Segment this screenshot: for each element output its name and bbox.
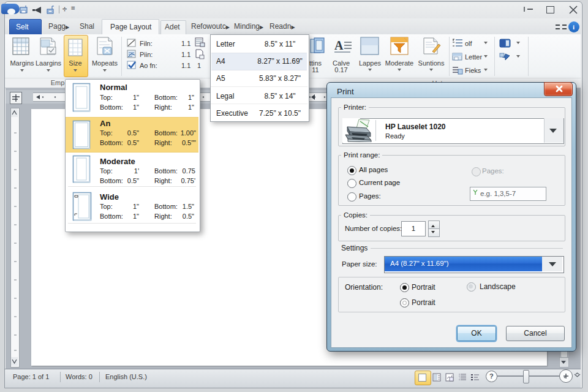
svg-text:A: A: [334, 39, 344, 52]
